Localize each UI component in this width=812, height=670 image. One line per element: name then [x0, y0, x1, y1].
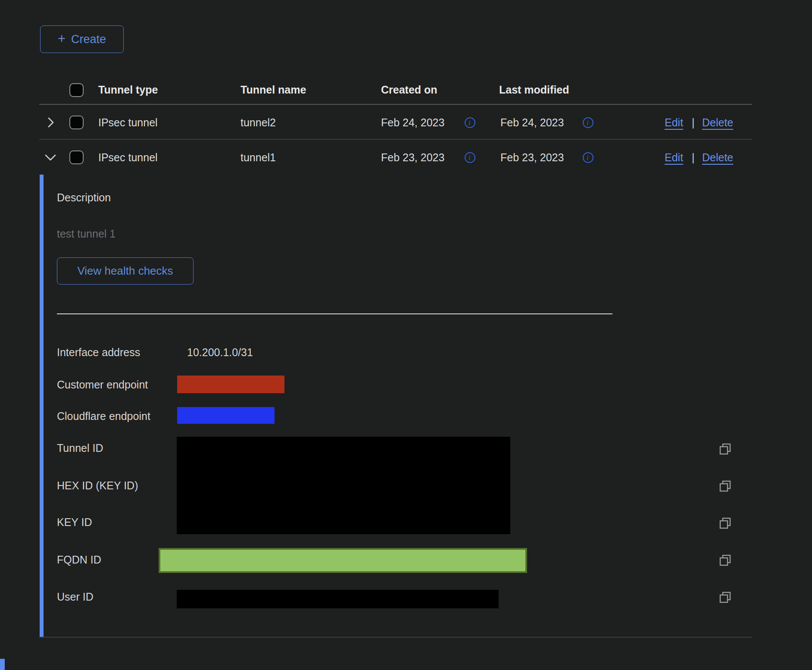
copy-icon — [718, 553, 733, 568]
delete-link[interactable]: Delete — [702, 116, 733, 129]
copy-fqdn-id-button[interactable] — [718, 553, 733, 568]
view-health-checks-button[interactable]: View health checks — [57, 257, 194, 285]
edit-link[interactable]: Edit — [665, 151, 683, 164]
tunnel-name-cell: tunnel1 — [240, 151, 276, 164]
created-on-cell: Feb 24, 2023 — [381, 116, 444, 129]
chevron-down-icon[interactable] — [44, 152, 56, 163]
chevron-right-icon[interactable] — [46, 117, 56, 128]
action-separator: | — [692, 116, 695, 129]
created-on-cell: Feb 23, 2023 — [381, 151, 444, 164]
detail-divider — [57, 313, 612, 314]
header-divider — [39, 104, 752, 105]
tunnel-id-label: Tunnel ID — [57, 442, 103, 454]
expanded-row-accent-bar — [40, 175, 44, 637]
tunnels-page: + Create Tunnel type Tunnel name Created… — [0, 0, 812, 670]
tunnel-type-cell: IPsec tunnel — [98, 151, 158, 164]
copy-icon — [718, 516, 733, 531]
plus-icon: + — [58, 32, 66, 45]
delete-link[interactable]: Delete — [702, 151, 733, 164]
key-id-label: KEY ID — [57, 516, 92, 529]
copy-key-id-button[interactable] — [718, 516, 733, 531]
fqdn-id-redacted-value — [159, 548, 527, 573]
panel-bottom-divider — [39, 637, 752, 638]
hex-id-label: HEX ID (KEY ID) — [57, 479, 138, 492]
last-modified-cell: Feb 24, 2023 — [500, 116, 564, 129]
row-checkbox[interactable] — [69, 116, 84, 129]
info-icon[interactable]: i — [465, 152, 475, 163]
user-id-redacted-value — [177, 590, 499, 608]
copy-icon — [718, 442, 733, 457]
column-header-tunnel-name: Tunnel name — [240, 84, 306, 96]
info-icon[interactable]: i — [583, 117, 593, 128]
description-value: test tunnel 1 — [57, 228, 116, 240]
create-button[interactable]: + Create — [40, 25, 124, 53]
create-button-label: Create — [71, 33, 106, 46]
action-separator: | — [692, 151, 695, 164]
copy-tunnel-id-button[interactable] — [718, 442, 733, 457]
select-all-checkbox[interactable] — [69, 83, 84, 97]
edit-link[interactable]: Edit — [665, 116, 683, 129]
column-header-tunnel-type: Tunnel type — [98, 84, 158, 96]
cloudflare-endpoint-redacted-value — [177, 407, 275, 424]
copy-icon — [718, 479, 733, 494]
column-header-last-modified: Last modified — [499, 84, 569, 96]
tunnel-name-cell: tunnel2 — [240, 116, 276, 129]
copy-icon — [718, 590, 733, 605]
cloudflare-endpoint-label: Cloudflare endpoint — [57, 410, 150, 423]
interface-address-label: Interface address — [57, 346, 140, 359]
user-id-label: User ID — [57, 591, 94, 603]
info-icon[interactable]: i — [465, 117, 475, 128]
copy-user-id-button[interactable] — [718, 590, 733, 605]
ids-redacted-value — [177, 437, 510, 534]
fqdn-id-label: FQDN ID — [57, 554, 101, 566]
column-header-created-on: Created on — [381, 84, 437, 96]
customer-endpoint-redacted-value — [177, 376, 284, 393]
row-divider — [39, 139, 752, 140]
customer-endpoint-label: Customer endpoint — [57, 379, 148, 391]
last-modified-cell: Feb 23, 2023 — [500, 151, 564, 164]
interface-address-value: 10.200.1.0/31 — [187, 346, 253, 359]
info-icon[interactable]: i — [583, 152, 593, 163]
row-checkbox[interactable] — [69, 150, 84, 164]
copy-hex-id-button[interactable] — [718, 479, 733, 494]
tunnel-type-cell: IPsec tunnel — [98, 116, 158, 129]
description-label: Description — [57, 191, 111, 204]
scrollbar-fragment — [0, 659, 5, 670]
